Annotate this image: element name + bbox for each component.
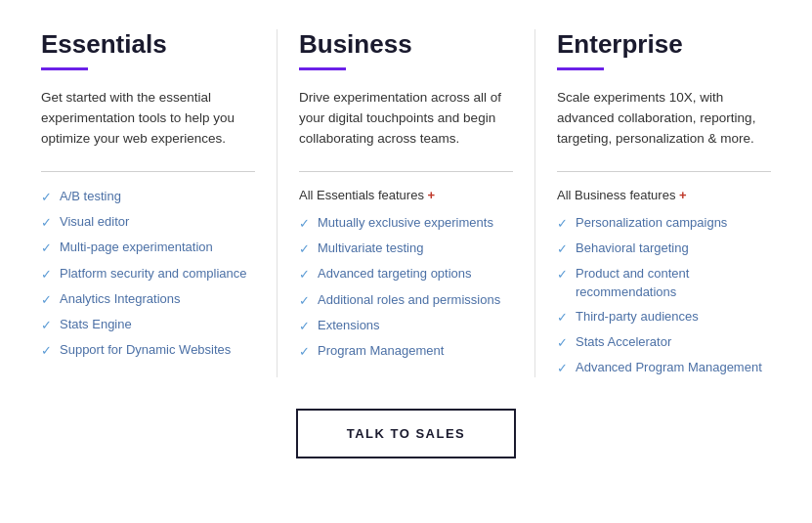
check-icon: ✓ [557, 309, 568, 327]
feature-label: Mutually exclusive experiments [318, 214, 493, 232]
check-icon: ✓ [41, 189, 52, 206]
check-icon: ✓ [557, 266, 568, 283]
feature-label: Platform security and compliance [60, 265, 246, 283]
check-icon: ✓ [557, 240, 568, 258]
plan-divider-essentials [41, 171, 255, 172]
plan-title-essentials: Essentials [41, 29, 255, 60]
feature-label: Additional roles and permissions [318, 291, 500, 309]
feature-label: Stats Engine [60, 316, 132, 333]
plan-title-enterprise: Enterprise [557, 29, 771, 60]
plans-grid: EssentialsGet started with the essential… [20, 29, 792, 377]
check-icon: ✓ [299, 215, 310, 233]
plan-description-enterprise: Scale experiments 10X, with advanced col… [557, 88, 771, 152]
check-icon: ✓ [299, 240, 310, 258]
page-container: EssentialsGet started with the essential… [0, 0, 812, 523]
check-icon: ✓ [299, 343, 310, 361]
check-icon: ✓ [41, 214, 52, 232]
feature-list-business: ✓Mutually exclusive experiments✓Multivar… [299, 214, 513, 361]
feature-label: Advanced Program Management [576, 359, 762, 376]
list-item: ✓Mutually exclusive experiments [299, 214, 513, 233]
list-item: ✓Third-party audiences [557, 308, 771, 327]
list-item: ✓Support for Dynamic Websites [41, 341, 255, 360]
feature-list-essentials: ✓A/B testing✓Visual editor✓Multi-page ex… [41, 188, 255, 360]
list-item: ✓Platform security and compliance [41, 265, 255, 283]
feature-label: Behavioral targeting [576, 240, 689, 257]
feature-label: Support for Dynamic Websites [60, 341, 231, 359]
plan-description-essentials: Get started with the essential experimen… [41, 88, 255, 152]
feature-label: Advanced targeting options [318, 265, 472, 283]
plan-column-essentials: EssentialsGet started with the essential… [20, 29, 278, 377]
plan-column-business: BusinessDrive experimentation across all… [278, 29, 535, 377]
plan-title-business: Business [299, 29, 513, 60]
check-icon: ✓ [299, 266, 310, 283]
feature-label: Stats Accelerator [576, 333, 671, 351]
list-item: ✓Multi-page experimentation [41, 239, 255, 257]
list-item: ✓Analytics Integrations [41, 290, 255, 309]
list-item: ✓Stats Engine [41, 316, 255, 334]
feature-label: Extensions [318, 317, 380, 334]
feature-label: Multivariate testing [318, 240, 423, 257]
list-item: ✓Program Management [299, 342, 513, 361]
list-item: ✓Behavioral targeting [557, 240, 771, 258]
feature-label: A/B testing [60, 188, 121, 205]
check-icon: ✓ [299, 318, 310, 335]
plan-underline-essentials [41, 67, 88, 70]
list-item: ✓Additional roles and permissions [299, 291, 513, 310]
list-item: ✓Advanced Program Management [557, 359, 771, 377]
cta-container: TALK TO SALES [20, 409, 792, 458]
plan-underline-enterprise [557, 67, 604, 70]
list-item: ✓Personalization campaigns [557, 214, 771, 233]
list-item: ✓Extensions [299, 317, 513, 335]
feature-label: Visual editor [60, 213, 129, 231]
list-item: ✓Stats Accelerator [557, 333, 771, 352]
list-item: ✓Multivariate testing [299, 240, 513, 258]
check-icon: ✓ [557, 334, 568, 352]
talk-to-sales-button[interactable]: TALK TO SALES [296, 409, 517, 458]
plan-underline-business [299, 67, 346, 70]
list-item: ✓Product and content recommendations [557, 265, 771, 300]
list-item: ✓Advanced targeting options [299, 265, 513, 283]
feature-label: Product and content recommendations [576, 265, 771, 300]
feature-label: Third-party audiences [576, 308, 699, 326]
plan-column-enterprise: EnterpriseScale experiments 10X, with ad… [535, 29, 792, 377]
feature-label: Personalization campaigns [576, 214, 727, 232]
check-icon: ✓ [557, 215, 568, 233]
feature-list-enterprise: ✓Personalization campaigns✓Behavioral ta… [557, 214, 771, 377]
list-item: ✓Visual editor [41, 213, 255, 232]
check-icon: ✓ [41, 342, 52, 360]
feature-label: Analytics Integrations [60, 290, 181, 308]
check-icon: ✓ [299, 292, 310, 310]
features-header-business: All Essentials features + [299, 188, 513, 202]
check-icon: ✓ [41, 291, 52, 309]
plan-divider-business [299, 171, 513, 172]
check-icon: ✓ [41, 266, 52, 283]
plan-divider-enterprise [557, 171, 771, 172]
list-item: ✓A/B testing [41, 188, 255, 206]
check-icon: ✓ [557, 360, 568, 377]
check-icon: ✓ [41, 240, 52, 257]
feature-label: Multi-page experimentation [60, 239, 213, 256]
plan-description-business: Drive experimentation across all of your… [299, 88, 513, 152]
features-header-enterprise: All Business features + [557, 188, 771, 202]
check-icon: ✓ [41, 317, 52, 334]
feature-label: Program Management [318, 342, 444, 360]
